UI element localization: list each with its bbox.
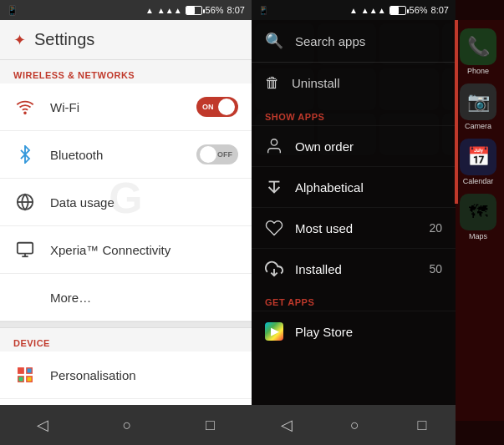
section-wireless: WIRELESS & NETWORKS <box>0 60 252 83</box>
wifi-signal-icon: ▲ <box>145 6 154 15</box>
toggle-on-text: ON <box>202 103 214 111</box>
wifi-toggle[interactable]: ON <box>196 97 238 117</box>
time-left: 8:07 <box>227 5 245 15</box>
settings-gear-icon: ✦ <box>13 31 26 49</box>
personalisation-label: Personalisation <box>50 368 238 382</box>
phone-app-item[interactable]: 📞 Phone <box>460 28 496 75</box>
settings-item-wifi[interactable]: Wi-Fi ON <box>0 83 252 131</box>
right-wifi-icon: ▲ <box>349 6 358 15</box>
settings-item-data-usage[interactable]: Data usage <box>0 179 252 226</box>
phone-app-label: Phone <box>467 67 489 75</box>
own-order-icon <box>265 137 283 155</box>
wifi-icon <box>13 95 37 119</box>
data-usage-label: Data usage <box>50 195 238 210</box>
bottom-nav-left: ◁ ○ □ <box>0 405 252 445</box>
back-btn-left[interactable]: ◁ <box>23 409 62 441</box>
data-usage-icon <box>13 190 37 214</box>
mobile-signal-icon: ▲▲▲ <box>157 6 182 15</box>
right-panel-wrapper: 📞 Phone 📷 Camera 📅 Calendar 🗺 Maps 📱 ▲ ▲… <box>252 0 504 445</box>
play-store-item[interactable]: ▶ Play Store <box>252 311 456 351</box>
most-used-count: 20 <box>429 221 442 235</box>
recent-btn-left[interactable]: □ <box>192 410 228 441</box>
svg-rect-3 <box>18 243 33 254</box>
heart-icon <box>265 219 283 237</box>
svg-rect-8 <box>18 377 23 382</box>
search-icon: 🔍 <box>265 32 283 50</box>
svg-point-15 <box>271 139 277 145</box>
show-apps-header: SHOW APPS <box>252 104 456 125</box>
menu-spacer <box>252 351 456 405</box>
bluetooth-toggle-knob <box>200 146 216 163</box>
settings-item-bluetooth[interactable]: Bluetooth OFF <box>0 131 252 179</box>
most-used-label: Most used <box>295 221 417 235</box>
bluetooth-toggle[interactable]: OFF <box>196 144 238 164</box>
installed-item[interactable]: Installed 50 <box>252 248 456 289</box>
trash-icon: 🗑 <box>265 74 280 92</box>
battery-percent-left: 56% <box>206 5 224 15</box>
uninstall-item[interactable]: 🗑 Uninstall <box>252 62 456 104</box>
play-store-icon: ▶ <box>265 322 283 341</box>
camera-app-label: Camera <box>465 122 491 130</box>
more-icon <box>13 286 37 309</box>
right-time: 8:07 <box>431 5 449 15</box>
search-apps-label: Search apps <box>295 34 365 48</box>
recent-btn-right[interactable]: □ <box>404 410 440 441</box>
calendar-app-label: Calendar <box>463 177 494 185</box>
status-bar-right: 📱 ▲ ▲▲▲ 56% 8:07 <box>252 0 456 20</box>
settings-title: Settings <box>34 30 94 49</box>
right-battery-pct: 56% <box>410 5 428 15</box>
section-divider <box>0 321 252 328</box>
toggle-off-text: OFF <box>217 150 232 159</box>
uninstall-label: Uninstall <box>292 76 340 90</box>
overlay-menu: 📱 ▲ ▲▲▲ 56% 8:07 🔍 Search apps 🗑 Uninsta… <box>252 0 456 445</box>
bluetooth-label: Bluetooth <box>50 148 183 162</box>
settings-header: ✦ Settings <box>0 20 252 60</box>
right-battery-icon <box>389 6 406 15</box>
settings-content: G WIRELESS & NETWORKS Wi-Fi ON <box>0 60 252 405</box>
own-order-item[interactable]: Own order <box>252 125 456 166</box>
bluetooth-icon <box>13 143 37 166</box>
calendar-app-item[interactable]: 📅 Calendar <box>460 139 496 185</box>
camera-app-item[interactable]: 📷 Camera <box>460 83 496 130</box>
more-label: More… <box>50 291 238 305</box>
status-bar-left: 📱 ▲ ▲▲▲ 56% 8:07 <box>0 0 252 20</box>
most-used-item[interactable]: Most used 20 <box>252 207 456 248</box>
play-store-label: Play Store <box>295 325 442 339</box>
settings-item-xperia[interactable]: Xperia™ Connectivity <box>0 226 252 274</box>
notification-icon: 📱 <box>7 5 18 16</box>
settings-item-personalisation[interactable]: Personalisation <box>0 351 252 399</box>
side-app-strip: 📞 Phone 📷 Camera 📅 Calendar 🗺 Maps <box>452 20 504 421</box>
settings-item-more[interactable]: More… <box>0 274 252 321</box>
home-btn-right[interactable]: ○ <box>337 410 373 441</box>
alphabetical-label: Alphabetical <box>295 180 442 195</box>
get-apps-header: GET APPS <box>252 289 456 311</box>
installed-label: Installed <box>295 262 417 276</box>
svg-point-0 <box>24 112 26 114</box>
phone-app-icon: 📞 <box>460 28 496 65</box>
right-signal-icon: ▲▲▲ <box>361 6 386 15</box>
maps-app-icon: 🗺 <box>460 194 496 230</box>
toggle-knob <box>218 99 235 115</box>
section-device: DEVICE <box>0 328 252 351</box>
bottom-nav-right: ◁ ○ □ <box>252 405 456 445</box>
right-status-left-space: 📱 <box>258 6 346 15</box>
calendar-app-icon: 📅 <box>460 139 496 175</box>
xperia-label: Xperia™ Connectivity <box>50 243 238 257</box>
personalisation-icon <box>13 363 37 387</box>
alphabetical-icon <box>265 178 283 196</box>
home-btn-left[interactable]: ○ <box>109 410 145 441</box>
svg-rect-9 <box>27 377 32 382</box>
search-apps-item[interactable]: 🔍 Search apps <box>252 20 456 62</box>
settings-item-home[interactable]: Home <box>0 399 252 405</box>
maps-app-item[interactable]: 🗺 Maps <box>460 194 496 240</box>
installed-icon <box>265 260 283 278</box>
installed-count: 50 <box>429 262 442 276</box>
left-panel: 📱 ▲ ▲▲▲ 56% 8:07 ✦ Settings G WIRELESS &… <box>0 0 252 445</box>
back-btn-right[interactable]: ◁ <box>267 409 306 441</box>
battery-icon <box>186 6 202 15</box>
wifi-label: Wi-Fi <box>50 100 183 114</box>
alphabetical-item[interactable]: Alphabetical <box>252 166 456 207</box>
camera-app-icon: 📷 <box>460 83 496 120</box>
own-order-label: Own order <box>295 139 442 154</box>
xperia-icon <box>13 238 37 261</box>
